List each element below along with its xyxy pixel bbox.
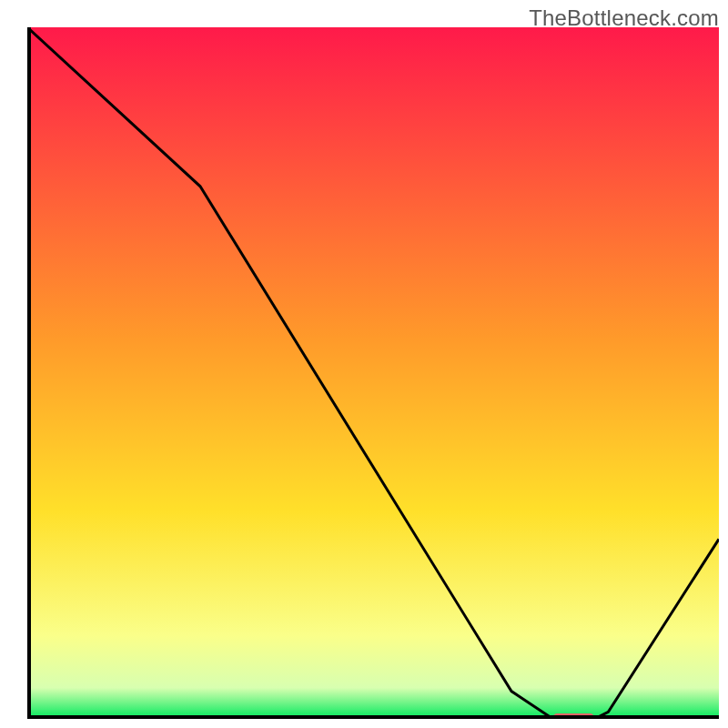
gradient-background	[27, 27, 719, 719]
chart-canvas	[27, 27, 719, 719]
y-axis	[27, 27, 31, 719]
x-axis	[27, 715, 719, 719]
chart-frame: TheBottleneck.com	[0, 0, 728, 728]
